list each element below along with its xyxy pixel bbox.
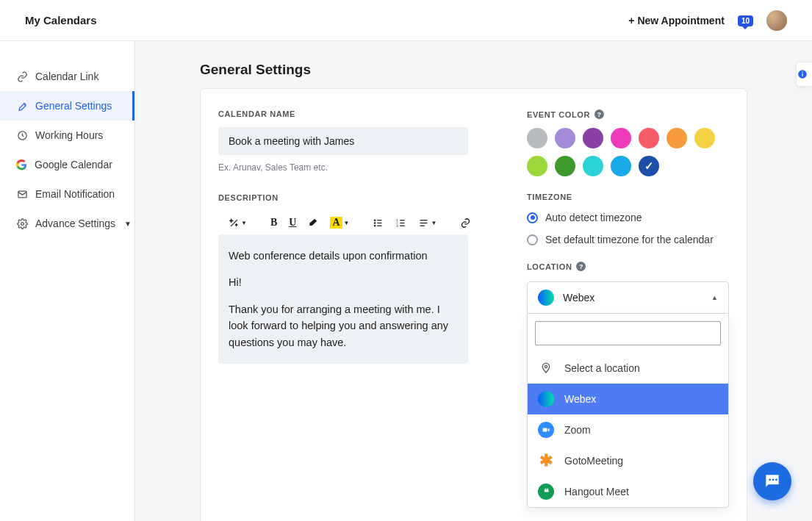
description-label: DESCRIPTION <box>218 193 468 202</box>
location-search-input[interactable] <box>535 321 721 345</box>
sidebar-item-advance-settings[interactable]: Advance Settings ▼ <box>0 209 134 238</box>
wrench-icon <box>16 100 28 112</box>
description-line: Thank you for arranging a meeting with m… <box>229 301 458 351</box>
description-line: Web conference details upon confirmation <box>229 248 458 264</box>
calendar-name-input[interactable] <box>218 127 468 155</box>
location-option-select[interactable]: Select a location <box>528 353 728 384</box>
color-swatches <box>527 128 718 176</box>
color-swatch[interactable] <box>527 128 547 148</box>
info-tab-button[interactable] <box>796 62 812 87</box>
chevron-down-icon: ▼ <box>241 220 247 226</box>
location-option-webex[interactable]: Webex <box>528 384 728 414</box>
location-search-wrap <box>528 314 728 353</box>
text-color-button[interactable]: A▼ <box>330 217 349 229</box>
sidebar-label: Advance Settings <box>35 218 115 229</box>
help-icon[interactable]: ? <box>594 109 604 119</box>
content: General Settings CALENDAR NAME Ex. Aruna… <box>135 41 812 521</box>
new-appointment-button[interactable]: + New Appointment <box>628 15 725 26</box>
svg-point-5 <box>375 225 376 226</box>
chevron-up-icon: ▲ <box>711 294 718 301</box>
webex-icon <box>538 290 554 306</box>
location-dropdown-panel: Select a location Webex Zoom <box>527 314 729 508</box>
radio-icon <box>527 212 538 223</box>
calendar-name-hint: Ex. Arunav, Sales Team etc. <box>218 162 468 173</box>
app-header: My Calendars + New Appointment 10 <box>0 0 812 41</box>
notifications-button[interactable]: 10 <box>738 14 753 26</box>
sidebar-label: Working Hours <box>35 129 103 141</box>
sidebar-label: Calendar Link <box>35 71 98 82</box>
location-option-zoom[interactable]: Zoom <box>528 414 728 445</box>
color-swatch[interactable] <box>555 156 575 176</box>
chevron-down-icon: ▼ <box>431 220 436 226</box>
sidebar-item-calendar-link[interactable]: Calendar Link <box>0 62 134 91</box>
zoom-icon <box>538 422 554 438</box>
chevron-down-icon: ▼ <box>344 220 350 226</box>
location-selected-label: Webex <box>563 292 594 303</box>
location-option-goto[interactable]: ✱ GotoMeeting <box>528 445 728 476</box>
chevron-down-icon: ▼ <box>124 220 132 228</box>
link-icon <box>16 71 28 82</box>
svg-point-25 <box>775 478 777 481</box>
svg-rect-21 <box>802 73 802 76</box>
location-option-hangout[interactable]: ❝ Hangout Meet <box>528 476 728 507</box>
settings-card: CALENDAR NAME Ex. Arunav, Sales Team etc… <box>200 88 747 521</box>
pin-icon <box>538 360 554 376</box>
google-icon <box>16 159 27 170</box>
svg-rect-19 <box>543 428 547 432</box>
unordered-list-button[interactable] <box>373 218 384 229</box>
sidebar-item-google-calendar[interactable]: Google Calendar <box>0 150 134 179</box>
svg-point-24 <box>772 478 775 481</box>
sidebar-label: Email Notification <box>35 188 115 200</box>
page-title-header: My Calendars <box>25 14 97 26</box>
gear-icon <box>16 218 28 229</box>
svg-point-18 <box>545 365 547 367</box>
radio-icon <box>527 234 538 245</box>
svg-text:3: 3 <box>397 223 399 227</box>
sidebar-label: General Settings <box>35 100 112 112</box>
svg-point-23 <box>769 478 771 481</box>
paragraph-button[interactable]: ▼ <box>418 218 436 229</box>
timezone-manual-radio[interactable]: Set default timezone for the calendar <box>527 234 729 245</box>
timezone-auto-radio[interactable]: Auto detect timezone <box>527 212 729 223</box>
magic-icon[interactable]: ▼ <box>229 218 247 229</box>
description-line: Hi! <box>229 274 458 290</box>
user-avatar[interactable] <box>766 10 787 31</box>
color-swatch[interactable] <box>611 156 631 176</box>
svg-point-2 <box>21 222 24 225</box>
color-swatch[interactable] <box>555 128 575 148</box>
sidebar: Calendar Link General Settings Working H… <box>0 41 135 521</box>
color-swatch[interactable] <box>611 128 631 148</box>
location-select[interactable]: Webex ▲ <box>527 281 729 314</box>
color-swatch[interactable] <box>639 156 659 176</box>
color-swatch[interactable] <box>583 128 603 148</box>
description-editor[interactable]: Web conference details upon confirmation… <box>218 234 468 364</box>
sidebar-item-email-notification[interactable]: Email Notification <box>0 179 134 209</box>
svg-point-22 <box>802 71 803 73</box>
eraser-button[interactable] <box>308 218 318 228</box>
help-icon[interactable]: ? <box>576 262 586 271</box>
color-swatch[interactable] <box>639 128 659 148</box>
hangout-icon: ❝ <box>538 484 554 500</box>
svg-point-4 <box>375 222 376 223</box>
color-swatch[interactable] <box>667 128 687 148</box>
editor-toolbar: ▼ B U A▼ <box>218 209 468 234</box>
location-label: LOCATION ? <box>527 262 729 271</box>
link-button[interactable] <box>460 218 471 229</box>
underline-button[interactable]: U <box>289 217 296 229</box>
ordered-list-button[interactable]: 123 <box>395 218 406 229</box>
bold-button[interactable]: B <box>270 217 277 229</box>
event-color-label: EVENT COLOR ? <box>527 109 729 119</box>
goto-icon: ✱ <box>538 453 554 469</box>
color-swatch[interactable] <box>694 128 715 148</box>
sidebar-item-general-settings[interactable]: General Settings <box>0 91 134 121</box>
calendar-name-label: CALENDAR NAME <box>218 109 468 118</box>
webex-icon <box>538 391 554 407</box>
sidebar-item-working-hours[interactable]: Working Hours <box>0 121 134 150</box>
svg-point-3 <box>375 220 376 220</box>
color-swatch[interactable] <box>527 156 547 176</box>
sidebar-label: Google Calendar <box>35 159 112 170</box>
chat-fab-button[interactable] <box>753 462 791 500</box>
color-swatch[interactable] <box>583 156 603 176</box>
mail-icon <box>16 188 28 200</box>
page-title: General Settings <box>200 62 747 78</box>
